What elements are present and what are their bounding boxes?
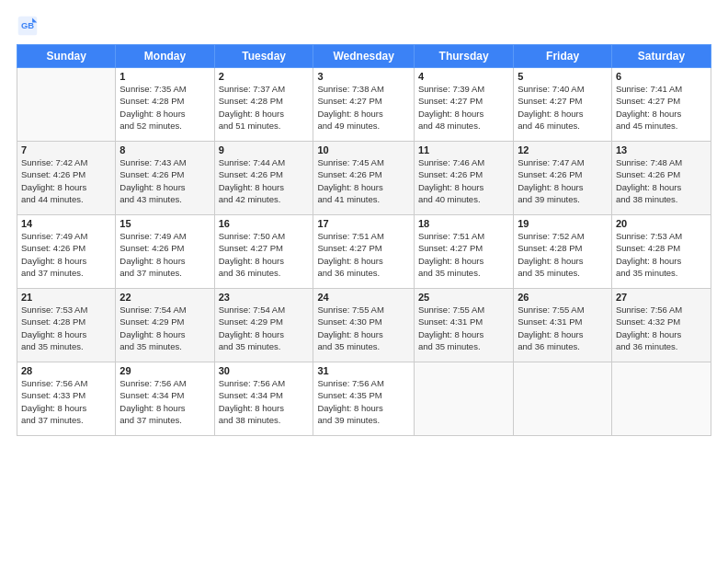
calendar-page: GB SundayMondayTuesdayWednesdayThursdayF…: [0, 0, 728, 563]
day-number: 14: [21, 218, 111, 229]
calendar-cell: 4Sunrise: 7:39 AMSunset: 4:27 PMDaylight…: [414, 68, 513, 142]
day-number: 7: [21, 144, 111, 155]
day-info: Sunrise: 7:48 AMSunset: 4:26 PMDaylight:…: [616, 156, 707, 205]
day-info: Sunrise: 7:41 AMSunset: 4:27 PMDaylight:…: [616, 83, 707, 132]
day-number: 30: [219, 365, 310, 376]
day-number: 4: [418, 71, 509, 82]
day-number: 9: [219, 144, 310, 155]
day-info: Sunrise: 7:52 AMSunset: 4:28 PMDaylight:…: [518, 230, 608, 279]
day-number: 13: [616, 144, 707, 155]
day-number: 20: [616, 218, 707, 229]
day-number: 15: [119, 218, 210, 229]
day-number: 23: [219, 292, 310, 303]
calendar-cell: 19Sunrise: 7:52 AMSunset: 4:28 PMDayligh…: [514, 215, 612, 289]
day-number: 29: [119, 365, 210, 376]
week-row-3: 14Sunrise: 7:49 AMSunset: 4:26 PMDayligh…: [17, 215, 711, 289]
calendar-cell: 15Sunrise: 7:49 AMSunset: 4:26 PMDayligh…: [116, 215, 214, 289]
calendar-cell: 25Sunrise: 7:55 AMSunset: 4:31 PMDayligh…: [414, 289, 513, 362]
day-number: 31: [317, 365, 409, 376]
week-row-5: 28Sunrise: 7:56 AMSunset: 4:33 PMDayligh…: [17, 362, 711, 436]
day-number: 1: [119, 71, 210, 82]
day-info: Sunrise: 7:56 AMSunset: 4:34 PMDaylight:…: [119, 377, 210, 426]
day-number: 17: [317, 218, 409, 229]
calendar-cell: 3Sunrise: 7:38 AMSunset: 4:27 PMDaylight…: [313, 68, 414, 142]
calendar-cell: 18Sunrise: 7:51 AMSunset: 4:27 PMDayligh…: [414, 215, 513, 289]
day-info: Sunrise: 7:56 AMSunset: 4:34 PMDaylight:…: [219, 377, 310, 426]
weekday-header-tuesday: Tuesday: [214, 45, 313, 68]
day-number: 27: [616, 292, 707, 303]
day-info: Sunrise: 7:56 AMSunset: 4:32 PMDaylight:…: [616, 304, 707, 352]
day-number: 16: [219, 218, 310, 229]
calendar-cell: 1Sunrise: 7:35 AMSunset: 4:28 PMDaylight…: [116, 68, 214, 142]
day-info: Sunrise: 7:38 AMSunset: 4:27 PMDaylight:…: [317, 83, 409, 132]
calendar-cell: 10Sunrise: 7:45 AMSunset: 4:26 PMDayligh…: [313, 142, 414, 215]
weekday-header-friday: Friday: [514, 45, 612, 68]
day-info: Sunrise: 7:56 AMSunset: 4:35 PMDaylight:…: [317, 377, 409, 426]
day-number: 18: [418, 218, 509, 229]
day-info: Sunrise: 7:53 AMSunset: 4:28 PMDaylight:…: [21, 304, 111, 352]
day-info: Sunrise: 7:37 AMSunset: 4:28 PMDaylight:…: [219, 83, 310, 132]
day-info: Sunrise: 7:51 AMSunset: 4:27 PMDaylight:…: [418, 230, 509, 279]
calendar-cell: 27Sunrise: 7:56 AMSunset: 4:32 PMDayligh…: [611, 289, 711, 362]
calendar-cell: [611, 362, 711, 436]
calendar-cell: 11Sunrise: 7:46 AMSunset: 4:26 PMDayligh…: [414, 142, 513, 215]
day-number: 19: [518, 218, 608, 229]
day-info: Sunrise: 7:40 AMSunset: 4:27 PMDaylight:…: [518, 83, 608, 132]
calendar-cell: 6Sunrise: 7:41 AMSunset: 4:27 PMDaylight…: [611, 68, 711, 142]
day-info: Sunrise: 7:53 AMSunset: 4:28 PMDaylight:…: [616, 230, 707, 279]
calendar-cell: 21Sunrise: 7:53 AMSunset: 4:28 PMDayligh…: [17, 289, 116, 362]
calendar-cell: 16Sunrise: 7:50 AMSunset: 4:27 PMDayligh…: [214, 215, 313, 289]
weekday-header-wednesday: Wednesday: [313, 45, 414, 68]
day-info: Sunrise: 7:49 AMSunset: 4:26 PMDaylight:…: [21, 230, 111, 279]
calendar-cell: 8Sunrise: 7:43 AMSunset: 4:26 PMDaylight…: [116, 142, 214, 215]
weekday-header-sunday: Sunday: [17, 45, 116, 68]
day-number: 24: [317, 292, 409, 303]
day-info: Sunrise: 7:51 AMSunset: 4:27 PMDaylight:…: [317, 230, 409, 279]
day-info: Sunrise: 7:46 AMSunset: 4:26 PMDaylight:…: [418, 156, 509, 205]
weekday-header-thursday: Thursday: [414, 45, 513, 68]
calendar-cell: 29Sunrise: 7:56 AMSunset: 4:34 PMDayligh…: [116, 362, 214, 436]
day-number: 3: [317, 71, 409, 82]
day-number: 25: [418, 292, 509, 303]
calendar-cell: 2Sunrise: 7:37 AMSunset: 4:28 PMDaylight…: [214, 68, 313, 142]
logo: GB: [17, 15, 42, 37]
day-number: 26: [518, 292, 608, 303]
calendar-cell: [414, 362, 513, 436]
weekday-header-row: SundayMondayTuesdayWednesdayThursdayFrid…: [17, 45, 711, 68]
day-info: Sunrise: 7:47 AMSunset: 4:26 PMDaylight:…: [518, 156, 608, 205]
day-info: Sunrise: 7:54 AMSunset: 4:29 PMDaylight:…: [219, 304, 310, 352]
calendar-cell: 20Sunrise: 7:53 AMSunset: 4:28 PMDayligh…: [611, 215, 711, 289]
calendar-cell: 26Sunrise: 7:55 AMSunset: 4:31 PMDayligh…: [514, 289, 612, 362]
calendar-cell: 31Sunrise: 7:56 AMSunset: 4:35 PMDayligh…: [313, 362, 414, 436]
day-number: 22: [119, 292, 210, 303]
day-info: Sunrise: 7:50 AMSunset: 4:27 PMDaylight:…: [219, 230, 310, 279]
day-number: 12: [518, 144, 608, 155]
day-info: Sunrise: 7:42 AMSunset: 4:26 PMDaylight:…: [21, 156, 111, 205]
week-row-1: 1Sunrise: 7:35 AMSunset: 4:28 PMDaylight…: [17, 68, 711, 142]
day-number: 8: [119, 144, 210, 155]
day-info: Sunrise: 7:39 AMSunset: 4:27 PMDaylight:…: [418, 83, 509, 132]
week-row-4: 21Sunrise: 7:53 AMSunset: 4:28 PMDayligh…: [17, 289, 711, 362]
logo-icon: GB: [17, 15, 39, 37]
weekday-header-monday: Monday: [116, 45, 214, 68]
day-info: Sunrise: 7:56 AMSunset: 4:33 PMDaylight:…: [21, 377, 111, 426]
calendar-cell: [17, 68, 116, 142]
day-info: Sunrise: 7:55 AMSunset: 4:31 PMDaylight:…: [418, 304, 509, 352]
calendar-cell: 14Sunrise: 7:49 AMSunset: 4:26 PMDayligh…: [17, 215, 116, 289]
day-info: Sunrise: 7:55 AMSunset: 4:30 PMDaylight:…: [317, 304, 409, 352]
day-info: Sunrise: 7:43 AMSunset: 4:26 PMDaylight:…: [119, 156, 210, 205]
calendar-cell: 7Sunrise: 7:42 AMSunset: 4:26 PMDaylight…: [17, 142, 116, 215]
day-number: 11: [418, 144, 509, 155]
weekday-header-saturday: Saturday: [611, 45, 711, 68]
calendar-cell: 9Sunrise: 7:44 AMSunset: 4:26 PMDaylight…: [214, 142, 313, 215]
calendar-cell: 23Sunrise: 7:54 AMSunset: 4:29 PMDayligh…: [214, 289, 313, 362]
calendar-cell: 17Sunrise: 7:51 AMSunset: 4:27 PMDayligh…: [313, 215, 414, 289]
calendar-cell: 22Sunrise: 7:54 AMSunset: 4:29 PMDayligh…: [116, 289, 214, 362]
day-info: Sunrise: 7:35 AMSunset: 4:28 PMDaylight:…: [119, 83, 210, 132]
day-info: Sunrise: 7:45 AMSunset: 4:26 PMDaylight:…: [317, 156, 409, 205]
day-number: 21: [21, 292, 111, 303]
day-number: 5: [518, 71, 608, 82]
calendar-cell: 12Sunrise: 7:47 AMSunset: 4:26 PMDayligh…: [514, 142, 612, 215]
calendar-cell: [514, 362, 612, 436]
calendar-cell: 24Sunrise: 7:55 AMSunset: 4:30 PMDayligh…: [313, 289, 414, 362]
